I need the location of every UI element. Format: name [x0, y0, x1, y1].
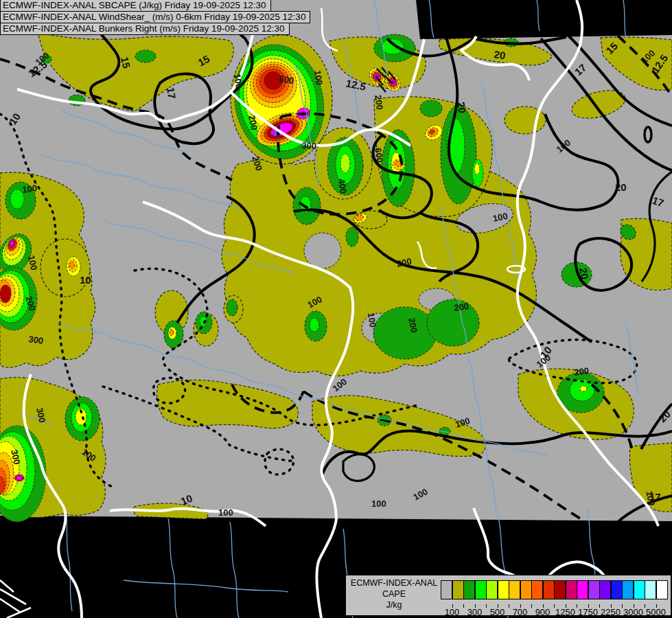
cape-contour-label: 100	[312, 69, 325, 86]
legend-swatch	[543, 580, 555, 599]
cape-contour-label: 600	[373, 147, 385, 163]
shear-contour-label: 20	[615, 181, 627, 193]
legend-swatch	[634, 580, 645, 599]
legend-title-line: ECMWF-INDEX-ANAL	[349, 577, 439, 588]
legend-swatch	[441, 580, 452, 599]
cape-contour-label: 300	[28, 334, 45, 346]
cape-contour-label: 200	[373, 94, 385, 111]
legend-swatch	[622, 580, 634, 599]
legend-swatch	[588, 580, 600, 599]
legend-swatch	[645, 580, 656, 599]
legend-swatch	[452, 580, 464, 599]
cape-contour-label: 100	[218, 507, 233, 518]
legend-swatch	[498, 580, 509, 599]
cape-contour-label: 100	[232, 73, 244, 89]
cape-contour-label: 200	[453, 301, 470, 313]
weather-map-screen: 12.51517151012.520171512.520201720101010…	[0, 0, 672, 618]
legend-swatch	[531, 580, 543, 599]
legend-swatch	[475, 580, 487, 599]
legend-swatch	[656, 580, 668, 599]
legend-swatch	[509, 580, 520, 599]
shear-contour-label: 15	[119, 56, 132, 69]
header-line-windshear: ECMWF-INDEX-ANAL WindShear_ (m/s) 0-6km …	[0, 11, 310, 23]
legend-swatch	[599, 580, 611, 599]
legend-swatch	[486, 580, 498, 599]
cape-shear-map: 12.51517151012.520171512.520201720101010…	[0, 0, 672, 618]
legend-tick-label: 5000	[642, 607, 670, 617]
legend-swatch	[520, 580, 532, 599]
shear-contour-label: 17	[165, 87, 178, 100]
shear-contour-label: 10	[80, 274, 91, 286]
legend-swatch	[463, 580, 475, 599]
shear-contour-label: 20	[455, 101, 468, 114]
cape-contour-label: 600	[279, 73, 295, 86]
header-line-bunkers: ECMWF-INDEX-ANAL Bunkers Right (m/s) Fri…	[0, 23, 290, 35]
legend-swatch	[554, 580, 566, 599]
cape-contour-label: 300	[301, 140, 317, 151]
cape-contour-label: 100	[371, 499, 386, 509]
legend-swatch	[577, 580, 588, 599]
cape-legend: ECMWF-INDEX-ANAL CAPE J/kg 1003005007009…	[345, 575, 671, 616]
legend-swatch	[566, 580, 577, 599]
cape-contour-label: 200	[573, 365, 590, 378]
cape-contour-label: 100	[21, 183, 38, 195]
header: ECMWF-INDEX-ANAL SBCAPE (J/kg) Friday 19…	[0, 0, 310, 35]
legend-title-line: CAPE	[349, 588, 439, 599]
legend-title-line: J/kg	[349, 599, 439, 610]
legend-title: ECMWF-INDEX-ANAL CAPE J/kg	[349, 577, 439, 610]
cape-contour-label: 400	[336, 178, 349, 194]
shear-contour-label: 20	[494, 48, 507, 61]
shear-contour-label: 20	[577, 267, 591, 280]
legend-swatch	[611, 580, 623, 599]
header-line-sbcape: ECMWF-INDEX-ANAL SBCAPE (J/kg) Friday 19…	[0, 0, 271, 12]
cape-contour-label: 100	[366, 312, 378, 328]
